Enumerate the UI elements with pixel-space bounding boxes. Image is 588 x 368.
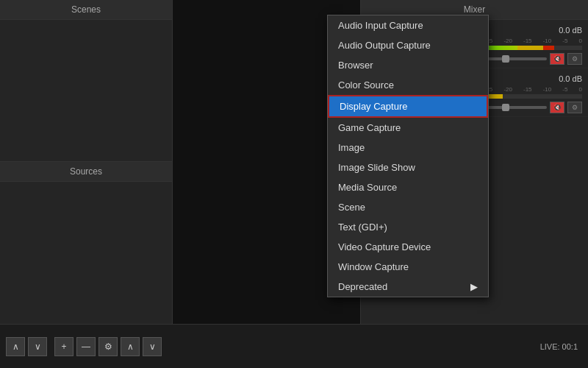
mic-settings-button[interactable]: ⚙ — [567, 102, 582, 113]
desktop-mute-button[interactable]: 🔇 — [550, 53, 564, 65]
menu-item-video-capture[interactable]: Video Capture Device — [328, 237, 488, 257]
status-bar: LIVE: 00:1 — [536, 342, 582, 351]
desktop-audio-db: 0.0 dB — [559, 26, 582, 35]
menu-item-window-capture[interactable]: Window Capture — [328, 257, 488, 277]
source-up-button[interactable]: ∧ — [121, 337, 140, 356]
sources-toolbar: + — ⚙ ∧ ∨ — [54, 337, 163, 356]
menu-item-color-source[interactable]: Color Source — [328, 75, 488, 95]
menu-item-audio-input[interactable]: Audio Input Capture — [328, 15, 488, 35]
menu-item-text-gdi[interactable]: Text (GDI+) — [328, 217, 488, 237]
menu-item-media-source[interactable]: Media Source — [328, 177, 488, 197]
sources-content — [0, 182, 172, 188]
gear-icon-mic: ⚙ — [572, 104, 578, 111]
deprecated-label: Deprecated — [338, 281, 387, 292]
add-source-button[interactable]: + — [54, 337, 74, 356]
left-panel: Scenes Sources — [0, 0, 173, 324]
main-layout: Scenes Sources Audio Input Capture Audio… — [0, 0, 588, 368]
meter-bg-mic — [503, 94, 582, 99]
meter-yellow-desktop — [517, 46, 543, 50]
source-settings-button[interactable]: ⚙ — [98, 337, 118, 356]
mute-icon-desktop: 🔇 — [553, 55, 562, 63]
source-down-button[interactable]: ∨ — [143, 337, 162, 356]
scenes-toolbar: ∧ ∨ — [6, 337, 49, 356]
mic-slider-thumb — [502, 104, 509, 111]
remove-source-button[interactable]: — — [76, 337, 96, 356]
gear-icon-desktop: ⚙ — [572, 55, 578, 63]
menu-item-game-capture[interactable]: Game Capture — [328, 118, 488, 138]
menu-item-browser[interactable]: Browser — [328, 55, 488, 75]
mic-mute-button[interactable]: 🔇 — [550, 102, 564, 113]
meter-bg-desktop — [554, 46, 582, 50]
menu-item-display-capture[interactable]: Display Capture — [328, 95, 488, 118]
canvas-area: Audio Input Capture Audio Output Capture… — [173, 0, 360, 324]
mic-aux-db: 0.0 dB — [559, 74, 582, 83]
desktop-settings-button[interactable]: ⚙ — [567, 53, 582, 65]
sources-panel: Sources — [0, 162, 172, 324]
menu-item-deprecated[interactable]: Deprecated ▶ — [328, 277, 488, 297]
preview-area: Scenes Sources Audio Input Capture Audio… — [0, 0, 588, 324]
menu-item-image-slide-show[interactable]: Image Slide Show — [328, 158, 488, 177]
menu-item-audio-output[interactable]: Audio Output Capture — [328, 35, 488, 55]
scenes-content — [0, 20, 172, 26]
menu-item-scene[interactable]: Scene — [328, 197, 488, 217]
live-indicator: LIVE: 00:1 — [536, 341, 582, 353]
desktop-slider-thumb — [502, 55, 509, 63]
sources-header: Sources — [0, 162, 172, 182]
scenes-down-button[interactable]: ∨ — [28, 337, 47, 356]
mute-icon-mic: 🔇 — [553, 104, 562, 111]
scenes-panel: Scenes — [0, 0, 172, 162]
arrow-icon: ▶ — [470, 281, 478, 292]
context-menu: Audio Input Capture Audio Output Capture… — [327, 15, 489, 297]
scenes-header: Scenes — [0, 0, 172, 20]
meter-red-desktop — [543, 46, 554, 50]
bottom-bar: ∧ ∨ + — ⚙ ∧ ∨ LIVE: 00:1 — [0, 324, 588, 368]
menu-item-image[interactable]: Image — [328, 138, 488, 158]
scenes-up-button[interactable]: ∧ — [6, 337, 25, 356]
